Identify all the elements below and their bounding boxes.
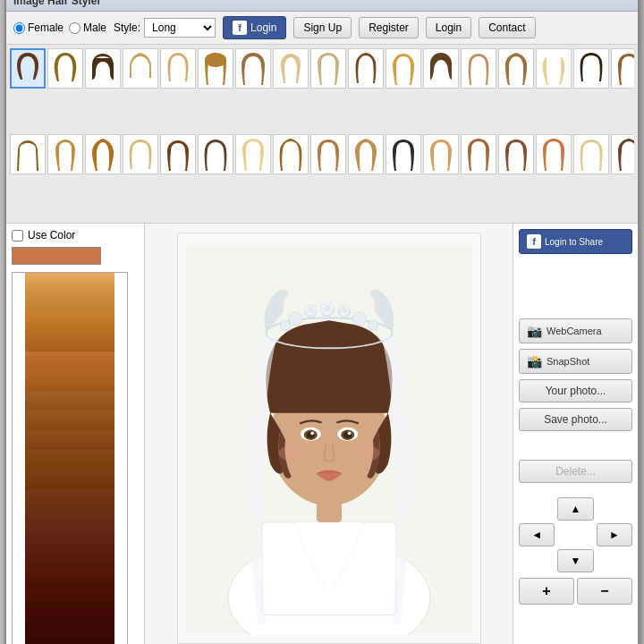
hair-item[interactable] bbox=[498, 134, 534, 174]
arrow-empty-center bbox=[557, 523, 593, 547]
hair-item[interactable] bbox=[10, 134, 46, 174]
register-label: Register bbox=[369, 21, 409, 34]
zoom-in-icon: + bbox=[542, 583, 550, 598]
fb-share-icon: f bbox=[527, 234, 541, 249]
fb-share-label: Login to Share bbox=[545, 237, 603, 247]
your-photo-label: Your photo... bbox=[546, 385, 606, 397]
hair-item[interactable] bbox=[498, 48, 534, 89]
login-label: Login bbox=[436, 21, 462, 34]
color-swatch-bar[interactable] bbox=[12, 247, 101, 265]
color-swatch[interactable] bbox=[25, 489, 114, 509]
hair-item[interactable] bbox=[423, 48, 459, 89]
webcamera-button[interactable]: 📷 WebCamera bbox=[519, 318, 632, 343]
hair-item[interactable] bbox=[47, 48, 83, 89]
register-button[interactable]: Register bbox=[359, 17, 419, 38]
svg-point-37 bbox=[278, 445, 309, 462]
color-swatch[interactable] bbox=[25, 430, 114, 450]
color-swatch[interactable] bbox=[25, 470, 114, 489]
color-swatch[interactable] bbox=[25, 548, 114, 568]
color-swatch[interactable] bbox=[25, 588, 114, 607]
hair-item[interactable] bbox=[123, 134, 158, 174]
male-radio-label[interactable]: Male bbox=[69, 21, 106, 34]
fb-login-label: Login bbox=[250, 21, 276, 34]
female-radio-label[interactable]: Female bbox=[13, 21, 64, 34]
svg-point-36 bbox=[347, 431, 351, 435]
hair-item[interactable] bbox=[273, 134, 309, 174]
color-swatch[interactable] bbox=[25, 627, 114, 644]
snapshot-icon: 📸 bbox=[527, 354, 542, 369]
hair-item[interactable] bbox=[536, 134, 572, 174]
arrow-down-button[interactable]: ▼ bbox=[557, 549, 593, 572]
arrow-up-button[interactable]: ▲ bbox=[557, 497, 593, 521]
hair-item[interactable] bbox=[10, 48, 46, 89]
bride-image bbox=[186, 242, 472, 635]
hair-item[interactable] bbox=[461, 48, 496, 89]
hair-item[interactable] bbox=[85, 48, 121, 89]
color-swatch[interactable] bbox=[25, 391, 114, 411]
fb-login-button[interactable]: f Login bbox=[223, 16, 286, 39]
hair-item[interactable] bbox=[235, 48, 271, 89]
hair-item[interactable] bbox=[160, 48, 196, 89]
hair-item[interactable] bbox=[85, 134, 121, 174]
hair-item[interactable] bbox=[611, 48, 634, 89]
color-swatch[interactable] bbox=[25, 371, 114, 391]
snapshot-button[interactable]: 📸 SnapShot bbox=[519, 349, 632, 374]
fb-share-button[interactable]: f Login to Share bbox=[519, 229, 632, 254]
zoom-in-button[interactable]: + bbox=[519, 578, 574, 605]
style-dropdown[interactable]: Long Short Medium Curly Straight bbox=[144, 18, 216, 38]
color-palette bbox=[12, 272, 128, 644]
hair-item[interactable] bbox=[536, 48, 572, 89]
hair-item[interactable] bbox=[461, 134, 496, 174]
arrow-left-button[interactable]: ◄ bbox=[519, 523, 555, 547]
svg-point-23 bbox=[308, 309, 312, 313]
color-swatch[interactable] bbox=[25, 292, 114, 312]
color-swatch[interactable] bbox=[25, 312, 114, 332]
svg-point-18 bbox=[325, 306, 330, 311]
your-photo-button[interactable]: Your photo... bbox=[519, 379, 632, 402]
snapshot-label: SnapShot bbox=[547, 356, 589, 367]
color-swatch[interactable] bbox=[25, 352, 114, 371]
hair-item[interactable] bbox=[310, 134, 346, 174]
hair-item[interactable] bbox=[611, 134, 634, 174]
contact-button[interactable]: Contact bbox=[479, 17, 535, 38]
hair-item[interactable] bbox=[348, 134, 384, 174]
hair-item[interactable] bbox=[386, 48, 421, 89]
contact-label: Contact bbox=[488, 21, 525, 34]
hair-item[interactable] bbox=[573, 48, 609, 89]
color-swatch[interactable] bbox=[25, 509, 114, 529]
arrow-down-icon: ▼ bbox=[571, 555, 581, 567]
hair-item[interactable] bbox=[160, 134, 196, 174]
svg-point-28 bbox=[342, 309, 346, 313]
login-button[interactable]: Login bbox=[426, 17, 471, 38]
delete-button[interactable]: Delete... bbox=[519, 460, 632, 483]
hair-item[interactable] bbox=[47, 134, 83, 174]
color-swatch[interactable] bbox=[25, 411, 114, 430]
color-swatch[interactable] bbox=[25, 607, 114, 627]
hair-item[interactable] bbox=[386, 134, 421, 174]
color-swatch[interactable] bbox=[25, 450, 114, 470]
save-photo-button[interactable]: Save photo... bbox=[519, 408, 632, 431]
use-color-row: Use Color bbox=[12, 229, 139, 242]
hair-item[interactable] bbox=[348, 48, 384, 89]
hair-item[interactable] bbox=[123, 48, 158, 89]
color-swatch[interactable] bbox=[25, 332, 114, 352]
color-palette-scroll[interactable] bbox=[13, 273, 127, 644]
hair-item[interactable] bbox=[310, 48, 346, 89]
male-radio[interactable] bbox=[69, 22, 80, 34]
use-color-checkbox[interactable] bbox=[12, 230, 23, 242]
zoom-out-button[interactable]: − bbox=[577, 578, 632, 605]
hair-item[interactable] bbox=[423, 134, 459, 174]
color-swatch[interactable] bbox=[25, 273, 114, 292]
female-radio[interactable] bbox=[13, 22, 25, 34]
color-strip bbox=[25, 273, 114, 644]
hair-item[interactable] bbox=[198, 48, 233, 89]
color-swatch[interactable] bbox=[25, 529, 114, 548]
arrow-right-button[interactable]: ► bbox=[597, 523, 632, 547]
hair-item[interactable] bbox=[573, 134, 609, 174]
arrow-right-icon: ► bbox=[609, 529, 620, 541]
hair-item[interactable] bbox=[198, 134, 233, 174]
signup-button[interactable]: Sign Up bbox=[293, 17, 352, 38]
hair-item[interactable] bbox=[273, 48, 309, 89]
hair-item[interactable] bbox=[235, 134, 271, 174]
color-swatch[interactable] bbox=[25, 568, 114, 588]
